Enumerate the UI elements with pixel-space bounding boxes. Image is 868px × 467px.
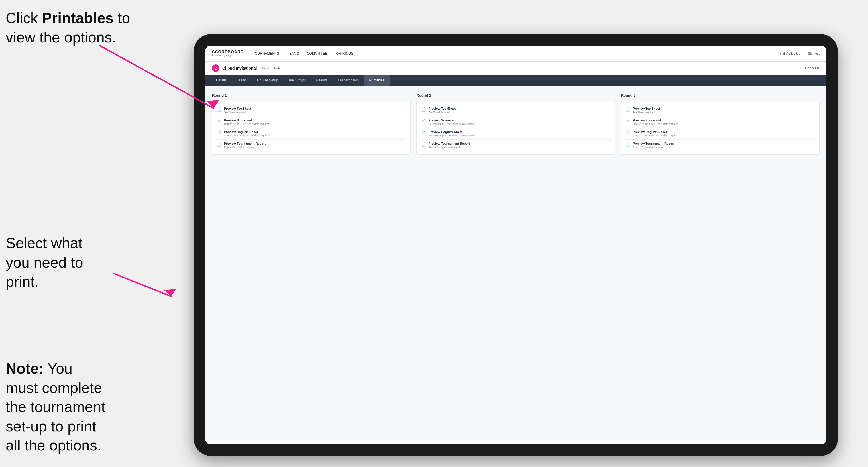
tournament-logo: C [212, 64, 219, 72]
round-3-tournament-report[interactable]: 📄 Preview Tournament Report Round Comple… [625, 139, 815, 151]
nav-tournaments[interactable]: TOURNAMENTS [253, 51, 279, 57]
sign-out-link[interactable]: Sign out [808, 52, 819, 55]
tab-teams[interactable]: Teams [232, 75, 252, 86]
r2-raguzzi-sub: Course setup + Tee Sheet data required [428, 134, 474, 137]
tab-leaderboards[interactable]: Leaderboards [333, 75, 364, 86]
round-2-tournament-report[interactable]: 📄 Preview Tournament Report Round Comple… [421, 139, 611, 151]
r2-raguzzi-icon: 📄 [421, 130, 426, 135]
r3-scorecard-title: Preview Scorecard [633, 119, 679, 122]
arrow-middle [108, 268, 182, 308]
tab-bar: Details Teams Course Setup Tee Groups Re… [205, 75, 827, 86]
nav-left: SCOREBOARD Powered by clippd TOURNAMENTS… [212, 50, 353, 57]
tablet-device: SCOREBOARD Powered by clippd TOURNAMENTS… [194, 34, 838, 456]
main-content: Round 1 📄 Preview Tee Sheet Tee Sheet re… [205, 86, 827, 444]
scorecard-title: Preview Scorecard [224, 119, 270, 122]
nav-teams[interactable]: TEAMS [287, 51, 299, 57]
nav-right: blair@clippd.io | Sign out [780, 52, 819, 55]
r2-report-sub: Round Completion required [428, 146, 470, 149]
r3-tee-sheet-icon: 📄 [625, 107, 630, 112]
nav-items: TOURNAMENTS TEAMS COMMITTEE RANKINGS [253, 51, 353, 57]
tee-sheet-icon: 📄 [216, 107, 221, 112]
round-2-scorecard[interactable]: 📄 Preview Scorecard Course setup + Tee S… [421, 116, 611, 128]
svg-marker-3 [164, 289, 176, 296]
nav-committee[interactable]: COMMITTEE [307, 51, 328, 57]
round-3-raguzzi[interactable]: 📄 Preview Raguzzi Sheet Course setup + T… [625, 128, 815, 139]
round-1-raguzzi[interactable]: 📄 Preview Raguzzi Sheet Course setup + T… [216, 128, 406, 139]
round-1-title: Round 1 [212, 93, 411, 97]
brand-sub: Powered by clippd [212, 54, 244, 57]
r2-scorecard-title: Preview Scorecard [428, 119, 474, 122]
r2-raguzzi-title: Preview Raguzzi Sheet [428, 130, 474, 134]
report-title: Preview Tournament Report [224, 142, 266, 145]
instruction-bottom: Note: You must complete the tournament s… [6, 359, 108, 455]
tab-course-setup[interactable]: Course Setup [252, 75, 283, 86]
round-3-card: 📄 Preview Tee Sheet Tee Sheet required 📄… [621, 101, 819, 155]
r2-report-title: Preview Tournament Report [428, 142, 470, 145]
round-2-title: Round 2 [416, 93, 615, 97]
r3-tee-sheet-title: Preview Tee Sheet [633, 107, 660, 110]
tournament-name: Clippd Invitational [222, 66, 257, 70]
round-1-tournament-report[interactable]: 📄 Preview Tournament Report Round Comple… [216, 139, 406, 151]
rounds-grid: Round 1 📄 Preview Tee Sheet Tee Sheet re… [212, 93, 819, 155]
round-2-raguzzi[interactable]: 📄 Preview Raguzzi Sheet Course setup + T… [421, 128, 611, 139]
report-icon: 📄 [216, 142, 221, 147]
tab-printables[interactable]: Printables [364, 75, 390, 86]
r2-scorecard-icon: 📄 [421, 119, 426, 123]
tablet-screen: SCOREBOARD Powered by clippd TOURNAMENTS… [205, 45, 827, 444]
raguzzi-title: Preview Raguzzi Sheet [224, 130, 270, 134]
round-1-scorecard[interactable]: 📄 Preview Scorecard Course setup + Tee S… [216, 116, 406, 128]
divider: | [804, 52, 805, 55]
scorecard-icon: 📄 [216, 119, 221, 123]
tee-sheet-sub: Tee Sheet required [224, 111, 251, 114]
r3-report-icon: 📄 [625, 142, 630, 147]
note-bold: Note: [6, 360, 43, 377]
round-3-tee-sheet[interactable]: 📄 Preview Tee Sheet Tee Sheet required [625, 104, 815, 116]
instruction-middle: Select what you need to print. [6, 234, 102, 291]
top-nav: SCOREBOARD Powered by clippd TOURNAMENTS… [205, 45, 827, 62]
r3-report-sub: Round Completion required [633, 146, 675, 149]
tee-sheet-title: Preview Tee Sheet [224, 107, 251, 110]
r3-raguzzi-title: Preview Raguzzi Sheet [633, 130, 679, 134]
round-2-card: 📄 Preview Tee Sheet Tee Sheet required 📄… [416, 101, 615, 155]
nav-rankings[interactable]: RANKINGS [335, 51, 353, 57]
round-2-tee-sheet[interactable]: 📄 Preview Tee Sheet Tee Sheet required [421, 104, 611, 116]
r3-scorecard-sub: Course setup + Tee Sheet data required [633, 123, 679, 125]
r2-tee-sheet-sub: Tee Sheet required [428, 111, 456, 114]
r3-report-title: Preview Tournament Report [633, 142, 675, 145]
r3-raguzzi-sub: Course setup + Tee Sheet data required [633, 134, 679, 137]
svg-line-2 [114, 274, 171, 296]
r2-report-icon: 📄 [421, 142, 426, 147]
raguzzi-icon: 📄 [216, 130, 221, 135]
r2-tee-sheet-title: Preview Tee Sheet [428, 107, 456, 110]
r3-tee-sheet-sub: Tee Sheet required [633, 111, 660, 114]
round-1-section: Round 1 📄 Preview Tee Sheet Tee Sheet re… [212, 93, 411, 155]
user-email: blair@clippd.io [780, 52, 800, 55]
round-2-section: Round 2 📄 Preview Tee Sheet Tee Sheet re… [416, 93, 615, 155]
printables-bold: Printables [42, 10, 114, 26]
tournament-badge: Men [259, 66, 270, 70]
brand-title: SCOREBOARD [212, 50, 244, 54]
tab-results[interactable]: Results [311, 75, 333, 86]
r3-scorecard-icon: 📄 [625, 119, 630, 123]
tournament-info: C Clippd Invitational Men Hosting [212, 64, 283, 72]
tab-tee-groups[interactable]: Tee Groups [283, 75, 311, 86]
r2-scorecard-sub: Course setup + Tee Sheet data required [428, 123, 474, 125]
tournament-status: Hosting [273, 66, 283, 70]
cancel-button[interactable]: Cancel ✕ [805, 66, 819, 70]
instruction-top: Click Printables toview the options. [6, 8, 130, 47]
r2-tee-sheet-icon: 📄 [421, 107, 426, 112]
round-3-title: Round 3 [621, 93, 819, 97]
round-1-tee-sheet[interactable]: 📄 Preview Tee Sheet Tee Sheet required [216, 104, 406, 116]
round-3-scorecard[interactable]: 📄 Preview Scorecard Course setup + Tee S… [625, 116, 815, 128]
raguzzi-sub: Course setup + Tee Sheet data required [224, 134, 270, 137]
round-3-section: Round 3 📄 Preview Tee Sheet Tee Sheet re… [621, 93, 819, 155]
scorecard-sub: Course setup + Tee Sheet data required [224, 123, 270, 125]
r3-raguzzi-icon: 📄 [625, 130, 630, 135]
round-1-card: 📄 Preview Tee Sheet Tee Sheet required 📄… [212, 101, 411, 155]
report-sub: Round Completion required [224, 146, 266, 149]
brand: SCOREBOARD Powered by clippd [212, 50, 244, 57]
tab-details[interactable]: Details [211, 75, 232, 86]
tournament-header: C Clippd Invitational Men Hosting Cancel… [205, 62, 827, 75]
